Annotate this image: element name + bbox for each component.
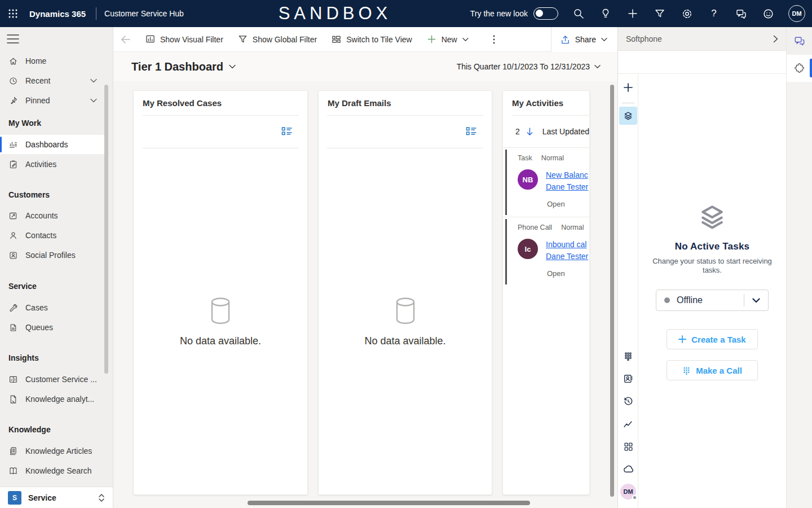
activity-subject-link[interactable]: Inbound cal (546, 240, 588, 249)
dashboard-title-bar: Tier 1 Dashboard This Quarter 10/1/2023 … (113, 52, 617, 81)
sidebar-item-recent[interactable]: Recent (0, 71, 106, 90)
activity-list-item[interactable]: Task Normal NB New Balanc Dane Tester Op… (503, 148, 590, 217)
sidebar-item-label: Pinned (25, 96, 50, 105)
dashboard-selector[interactable]: Tier 1 Dashboard (131, 60, 236, 73)
plus-icon (678, 335, 686, 343)
sidebar-item-pinned[interactable]: Pinned (0, 91, 106, 110)
switch-to-tile-view-button[interactable]: Switch to Tile View (324, 27, 419, 52)
insights-chart-icon (8, 375, 18, 384)
new-look-toggle[interactable] (533, 7, 558, 20)
chevron-down-icon (229, 64, 236, 69)
chevron-down-icon (594, 64, 601, 69)
knowledge-analytics-icon (8, 395, 18, 404)
main-content: Show Visual Filter Show Global Filter Sw… (113, 27, 617, 508)
sidebar-item-label: Queues (25, 323, 53, 332)
quick-create-plus-icon[interactable] (626, 7, 639, 20)
feedback-chat-icon[interactable] (734, 7, 748, 20)
view-records-list-icon[interactable] (281, 126, 293, 137)
knowledge-search-icon (8, 466, 18, 476)
sort-field-label[interactable]: Last Updated (542, 127, 589, 136)
collapse-panel-chevron-icon[interactable] (773, 35, 778, 43)
horizontal-scrollbar[interactable] (248, 501, 530, 505)
back-arrow-icon[interactable] (113, 27, 138, 52)
view-records-list-icon[interactable] (466, 126, 477, 137)
card-toolbar (319, 116, 492, 148)
layers-stack-icon (623, 111, 633, 121)
chevron-down-icon (90, 78, 97, 83)
softphone-panel: Softphone (617, 27, 786, 508)
sort-descending-arrow-icon[interactable] (526, 127, 534, 137)
search-icon[interactable] (572, 7, 585, 20)
activity-regarding-link[interactable]: Dane Tester (546, 182, 588, 191)
new-session-plus-icon[interactable] (623, 82, 634, 93)
contact-card-icon[interactable] (623, 373, 634, 384)
sidebar-item-home[interactable]: Home (0, 51, 106, 71)
user-avatar[interactable]: DM (788, 5, 805, 22)
site-map-sidebar: Home Recent Pinned My Work Dashboards Ac… (0, 27, 113, 508)
activity-regarding-link[interactable]: Dane Tester (546, 252, 588, 261)
settings-gear-icon[interactable] (680, 7, 694, 20)
vertical-scrollbar[interactable] (610, 85, 614, 497)
help-icon[interactable]: ? (707, 7, 721, 20)
bar-chart-icon (145, 34, 155, 44)
app-launcher-waffle-icon[interactable] (0, 0, 26, 27)
empty-chart-area: No data available. (134, 148, 307, 495)
agent-avatar[interactable]: DM (620, 484, 636, 500)
timeframe-selector[interactable]: This Quarter 10/1/2023 To 12/31/2023 (457, 62, 601, 71)
sidebar-item-knowledge-articles[interactable]: Knowledge Articles (0, 441, 106, 461)
line-chart-icon[interactable] (623, 418, 634, 430)
activity-list-item[interactable]: Phone Call Normal Ic Inbound cal Dane Te… (503, 217, 590, 286)
filter-icon[interactable] (653, 7, 667, 20)
sidebar-item-knowledge-search[interactable]: Knowledge Search (0, 461, 106, 480)
create-task-button[interactable]: Create a Task (667, 329, 758, 349)
dynamics-brand[interactable]: Dynamics 365 (29, 9, 86, 19)
sandbox-environment-banner: SANDBOX (279, 3, 392, 24)
share-button[interactable]: Share (551, 27, 617, 52)
dashboards-icon (8, 140, 18, 150)
dialpad-icon[interactable] (623, 351, 634, 362)
plus-icon (427, 34, 436, 44)
show-global-filter-button[interactable]: Show Global Filter (231, 27, 324, 52)
make-call-button[interactable]: Make a Call (667, 360, 758, 380)
sidebar-item-social-profiles[interactable]: Social Profiles (0, 246, 106, 265)
activities-list: Task Normal NB New Balanc Dane Tester Op… (503, 147, 590, 286)
hamburger-menu-icon[interactable] (7, 34, 20, 45)
knowledge-articles-icon (8, 446, 18, 456)
presence-status-dropdown[interactable]: Offline (656, 290, 769, 311)
show-visual-filter-button[interactable]: Show Visual Filter (138, 27, 231, 52)
teams-chat-icon[interactable] (794, 36, 805, 47)
cloud-icon[interactable] (623, 463, 634, 475)
sidebar-item-accounts[interactable]: Accounts (0, 206, 106, 225)
apps-grid-icon[interactable] (623, 441, 634, 452)
funnel-icon (238, 34, 248, 44)
sidebar-scrollbar[interactable] (104, 85, 108, 374)
new-button[interactable]: New (420, 27, 476, 52)
accounts-icon (8, 211, 18, 221)
sidebar-item-customer-service-insights[interactable]: Customer Service ... (0, 370, 106, 389)
app-name[interactable]: Customer Service Hub (104, 9, 184, 18)
history-icon[interactable] (623, 396, 634, 407)
more-commands-icon[interactable] (484, 27, 504, 52)
puzzle-plugin-icon[interactable] (794, 63, 805, 74)
softphone-header: Softphone (618, 27, 786, 51)
area-switcher[interactable]: S Service (0, 487, 113, 508)
softphone-title: Softphone (626, 34, 662, 43)
layers-stack-icon (698, 203, 726, 231)
active-session-tab[interactable] (619, 107, 637, 125)
session-header-strip (618, 51, 786, 74)
offline-status-dot (664, 297, 670, 303)
lightbulb-icon[interactable] (599, 7, 612, 20)
activities-sort-row: 2 Last Updated (503, 116, 589, 147)
sidebar-item-cases[interactable]: Cases (0, 298, 106, 317)
sidebar-item-dashboards[interactable]: Dashboards (0, 135, 106, 154)
sidebar-item-contacts[interactable]: Contacts (0, 226, 106, 245)
sidebar-section-my-work: My Work (8, 117, 41, 129)
activity-subject-link[interactable]: New Balanc (546, 170, 588, 179)
smiley-feedback-icon[interactable] (761, 7, 775, 20)
rail-selected-segment (787, 55, 812, 82)
sidebar-item-label: Cases (25, 303, 48, 312)
social-profiles-icon (8, 251, 18, 260)
sidebar-item-queues[interactable]: Queues (0, 318, 106, 337)
sidebar-item-knowledge-analytics[interactable]: Knowledge analyt... (0, 389, 106, 409)
sidebar-item-activities[interactable]: Activities (0, 155, 106, 174)
